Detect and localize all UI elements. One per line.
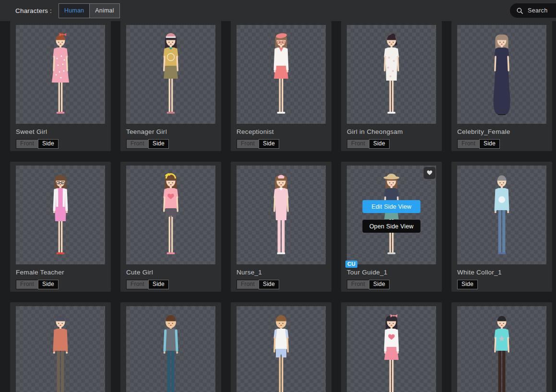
character-thumbnail[interactable] (347, 25, 436, 124)
favorite-button[interactable] (424, 167, 436, 179)
front-view-button[interactable]: Front (126, 139, 148, 149)
front-view-button[interactable]: Front (237, 280, 259, 289)
side-view-button[interactable]: Side (148, 280, 169, 289)
character-figure (480, 30, 524, 126)
character-figure (38, 311, 83, 392)
character-figure (369, 311, 414, 392)
character-name: Cute Girl (126, 269, 215, 276)
view-buttons: FrontSide (126, 139, 215, 149)
character-card[interactable]: White Collor_1Side (451, 162, 552, 292)
front-view-button[interactable]: Front (16, 139, 38, 149)
search-icon (516, 7, 523, 14)
character-thumbnail[interactable] (16, 25, 105, 124)
side-view-button[interactable]: Side (259, 280, 279, 289)
characters-label: Characters : (15, 7, 52, 14)
tab-human[interactable]: Human (59, 4, 89, 18)
heart-icon (426, 170, 433, 176)
topbar: Characters : Human Animal Search (0, 0, 556, 21)
character-card[interactable] (10, 302, 111, 392)
character-name: Tour Guide_1 (347, 269, 436, 276)
character-name: Celebrity_Female (457, 128, 546, 136)
side-view-button[interactable]: Side (38, 139, 59, 149)
character-name: Sweet Girl (16, 128, 105, 136)
character-figure (480, 311, 524, 392)
character-name: White Collor_1 (457, 269, 546, 276)
character-figure (369, 170, 414, 266)
character-thumbnail[interactable] (126, 306, 215, 392)
character-figure (259, 311, 303, 392)
view-buttons: FrontSide (16, 280, 105, 289)
character-card[interactable] (451, 302, 552, 392)
tab-animal[interactable]: Animal (89, 4, 119, 18)
character-grid: Sweet GirlFrontSideTeenager GirlFrontSid… (0, 21, 556, 392)
side-view-button[interactable]: Side (148, 139, 169, 149)
front-view-button[interactable]: Front (457, 139, 479, 149)
side-view-button[interactable]: Side (38, 280, 59, 289)
view-buttons: FrontSide (237, 280, 326, 289)
character-figure (480, 170, 524, 266)
character-name: Girl in Cheongsam (347, 128, 436, 136)
character-figure (369, 30, 414, 126)
character-thumbnail[interactable] (16, 306, 105, 392)
character-figure (149, 311, 193, 392)
side-view-button[interactable]: Side (259, 139, 279, 149)
character-name: Nurse_1 (237, 269, 326, 276)
character-thumbnail[interactable] (237, 306, 326, 392)
character-card[interactable]: Edit Side ViewOpen Side ViewCUTour Guide… (341, 162, 442, 292)
side-view-button[interactable]: Side (369, 280, 390, 289)
side-view-button[interactable]: Side (479, 139, 500, 149)
character-thumbnail[interactable] (457, 306, 546, 392)
front-view-button[interactable]: Front (237, 139, 259, 149)
side-view-button[interactable]: Side (457, 280, 478, 289)
open-side-view-button[interactable]: Open Side View (363, 220, 421, 233)
character-card[interactable] (341, 302, 442, 392)
character-figure (38, 170, 83, 266)
character-card[interactable]: Female TeacherFrontSide (10, 162, 111, 292)
character-thumbnail[interactable] (457, 25, 546, 124)
character-name: Female Teacher (16, 269, 105, 276)
side-view-button[interactable]: Side (369, 139, 390, 149)
character-card[interactable]: Sweet GirlFrontSide (10, 21, 111, 151)
character-card[interactable]: Nurse_1FrontSide (231, 162, 331, 292)
character-thumbnail[interactable] (237, 25, 326, 124)
category-tabs: Human Animal (59, 3, 120, 18)
view-buttons: FrontSide (347, 139, 436, 149)
search-placeholder: Search (528, 7, 547, 14)
front-view-button[interactable]: Front (347, 280, 369, 289)
character-figure (149, 170, 193, 266)
character-card[interactable] (120, 302, 221, 392)
front-view-button[interactable]: Front (16, 280, 38, 289)
view-buttons: FrontSide (457, 139, 546, 149)
character-card[interactable] (231, 302, 331, 392)
character-card[interactable]: Teenager GirlFrontSide (120, 21, 221, 151)
view-buttons: FrontSide (16, 139, 105, 149)
edit-side-view-button[interactable]: Edit Side View (363, 200, 421, 213)
character-thumbnail[interactable]: Edit Side ViewOpen Side ViewCU (347, 166, 436, 264)
character-card[interactable]: Cute GirlFrontSide (120, 162, 221, 292)
character-card[interactable]: ReceptionistFrontSide (231, 21, 331, 151)
view-buttons: FrontSide (237, 139, 326, 149)
character-card[interactable]: Celebrity_FemaleFrontSide (451, 21, 552, 151)
character-figure (149, 30, 193, 126)
view-buttons: FrontSide (126, 280, 215, 289)
view-buttons: FrontSide (347, 280, 436, 289)
character-name: Receptionist (237, 128, 326, 136)
character-thumbnail[interactable] (126, 25, 215, 124)
view-buttons: Side (457, 280, 546, 289)
front-view-button[interactable]: Front (347, 139, 369, 149)
character-thumbnail[interactable] (457, 166, 546, 264)
character-thumbnail[interactable] (126, 166, 215, 264)
character-thumbnail[interactable] (237, 166, 326, 264)
cu-badge: CU (345, 261, 357, 268)
character-figure (259, 30, 303, 126)
character-thumbnail[interactable] (347, 306, 436, 392)
search-box[interactable]: Search (510, 3, 556, 18)
character-figure (259, 170, 303, 266)
front-view-button[interactable]: Front (126, 280, 148, 289)
character-thumbnail[interactable] (16, 166, 105, 264)
character-card[interactable]: Girl in CheongsamFrontSide (341, 21, 442, 151)
character-figure (38, 30, 83, 126)
character-name: Teenager Girl (126, 128, 215, 136)
